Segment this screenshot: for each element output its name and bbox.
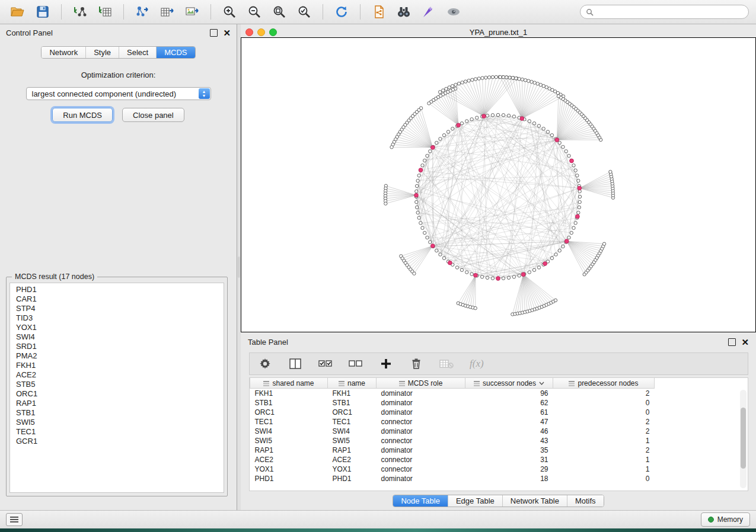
mcds-result-item[interactable]: GCR1 xyxy=(10,437,224,446)
table-vertical-scrollbar[interactable] xyxy=(740,390,747,488)
mcds-result-item[interactable]: SRD1 xyxy=(10,342,224,351)
save-session-button[interactable] xyxy=(32,3,53,21)
mcds-result-item[interactable]: CAR1 xyxy=(10,294,224,304)
column-header-name[interactable]: name xyxy=(328,378,377,389)
zoom-in-button[interactable] xyxy=(219,3,240,21)
table-row[interactable]: PHD1PHD1dominator180 xyxy=(250,474,655,483)
table-row[interactable]: SWI4SWI4dominator462 xyxy=(250,427,655,436)
style-wizard-button[interactable] xyxy=(418,3,439,21)
status-menu-button[interactable] xyxy=(6,513,23,526)
table-row[interactable]: RAP1RAP1dominator352 xyxy=(250,446,655,455)
export-network-button[interactable] xyxy=(132,3,153,21)
table-cell: PHD1 xyxy=(328,474,377,483)
table-cell: ACE2 xyxy=(328,455,377,464)
table-cell: STB1 xyxy=(328,398,377,408)
toggle-graphics-details-button[interactable] xyxy=(443,3,464,21)
mcds-result-item[interactable]: RAP1 xyxy=(10,399,224,408)
gear-icon xyxy=(259,358,271,370)
add-column-button[interactable] xyxy=(379,357,393,371)
table-cell: SWI5 xyxy=(328,436,377,446)
mcds-result-item[interactable]: STB5 xyxy=(10,380,224,389)
export-image-button[interactable] xyxy=(181,3,203,21)
column-header-shared-name[interactable]: shared name xyxy=(250,378,328,389)
column-header-predecessor-nodes[interactable]: predecessor nodes xyxy=(553,378,655,389)
table-panel-tabbar: Node Table Edge Table Network Table Moti… xyxy=(393,495,604,507)
table-row[interactable]: SWI5SWI5connector431 xyxy=(250,436,655,446)
document-share-icon xyxy=(372,5,386,19)
table-cell: dominator xyxy=(377,398,465,408)
float-panel-icon[interactable] xyxy=(210,29,218,37)
open-folder-icon xyxy=(10,5,25,18)
tab-motifs[interactable]: Motifs xyxy=(567,495,604,507)
table-cell: 18 xyxy=(465,474,553,483)
mcds-tab-content: Optimization criterion: largest connecte… xyxy=(5,55,232,275)
mcds-result-item[interactable]: PMA2 xyxy=(10,351,224,361)
apply-layout-button[interactable] xyxy=(331,3,352,21)
zoom-fit-button[interactable] xyxy=(269,3,290,21)
network-canvas[interactable] xyxy=(241,37,756,332)
table-row[interactable]: STB1STB1dominator620 xyxy=(250,398,655,408)
memory-status-icon xyxy=(708,517,714,523)
search-input[interactable] xyxy=(597,7,743,17)
close-panel-icon[interactable]: ✕ xyxy=(223,30,231,36)
export-table-button[interactable] xyxy=(157,3,178,21)
binoculars-icon xyxy=(396,5,412,18)
mcds-result-item[interactable]: PHD1 xyxy=(10,285,224,294)
table-cell: FKH1 xyxy=(328,389,377,399)
table-row[interactable]: FKH1FKH1dominator962 xyxy=(250,389,655,399)
float-table-panel-icon[interactable] xyxy=(728,338,736,346)
network-window-titlebar[interactable]: YPA_prune.txt_1 xyxy=(241,27,756,37)
mcds-result-item[interactable]: TID3 xyxy=(10,313,224,323)
control-panel-title: Control Panel xyxy=(6,28,53,37)
memory-button[interactable]: Memory xyxy=(701,512,750,527)
zoom-selected-button[interactable] xyxy=(294,3,315,21)
table-cell: RAP1 xyxy=(250,446,328,455)
tab-node-table[interactable]: Node Table xyxy=(393,495,448,507)
save-floppy-icon xyxy=(36,5,49,18)
import-network-button[interactable] xyxy=(69,3,91,21)
deselect-all-button[interactable] xyxy=(349,357,363,371)
table-cell: connector xyxy=(377,417,465,427)
mcds-result-item[interactable]: ORC1 xyxy=(10,389,224,399)
table-row[interactable]: TEC1TEC1connector472 xyxy=(250,417,655,427)
optimization-criterion-label: Optimization criterion: xyxy=(5,70,232,79)
delete-column-button[interactable] xyxy=(409,357,423,371)
table-cell: TEC1 xyxy=(250,417,328,427)
mcds-result-item[interactable]: STB1 xyxy=(10,408,224,418)
mcds-result-item[interactable]: YOX1 xyxy=(10,323,224,332)
mcds-result-item[interactable]: TEC1 xyxy=(10,427,224,437)
table-row[interactable]: ORC1ORC1dominator610 xyxy=(250,408,655,417)
table-row[interactable]: YOX1YOX1connector291 xyxy=(250,464,655,474)
zoom-out-button[interactable] xyxy=(244,3,265,21)
show-columns-button[interactable] xyxy=(288,357,302,371)
select-all-button[interactable] xyxy=(318,357,333,371)
table-cell: 0 xyxy=(553,408,655,417)
scrollbar-thumb[interactable] xyxy=(741,408,746,469)
close-panel-button[interactable]: Close panel xyxy=(122,108,184,122)
column-header-successor-nodes[interactable]: successor nodes xyxy=(465,378,553,389)
close-table-panel-icon[interactable]: ✕ xyxy=(741,339,749,345)
run-mcds-button[interactable]: Run MCDS xyxy=(52,108,113,122)
tab-edge-table[interactable]: Edge Table xyxy=(448,495,503,507)
mcds-result-item[interactable]: SWI5 xyxy=(10,418,224,427)
eye-icon xyxy=(446,7,461,17)
tab-network-table[interactable]: Network Table xyxy=(503,495,567,507)
table-settings-button[interactable] xyxy=(258,357,272,371)
open-session-button[interactable] xyxy=(7,3,28,21)
optimization-criterion-select[interactable]: largest connected component (undirected)… xyxy=(26,87,211,100)
column-header-mcds-role[interactable]: MCDS role xyxy=(377,378,465,389)
mcds-result-list[interactable]: PHD1CAR1STP4TID3YOX1SWI4SRD1PMA2FKH1ACE2… xyxy=(9,283,224,493)
export-image-icon xyxy=(185,5,199,19)
mcds-result-item[interactable]: FKH1 xyxy=(10,361,224,370)
import-table-button[interactable] xyxy=(94,3,116,21)
duplicate-network-button[interactable] xyxy=(368,3,390,21)
table-cell: ORC1 xyxy=(250,408,328,417)
mcds-result-item[interactable]: STP4 xyxy=(10,304,224,313)
refresh-icon xyxy=(334,5,349,19)
table-row[interactable]: ACE2ACE2connector311 xyxy=(250,455,655,464)
mcds-result-item[interactable]: SWI4 xyxy=(10,332,224,342)
trash-icon xyxy=(410,358,422,370)
style-wand-icon xyxy=(422,5,436,19)
find-button[interactable] xyxy=(393,3,414,21)
mcds-result-item[interactable]: ACE2 xyxy=(10,370,224,380)
